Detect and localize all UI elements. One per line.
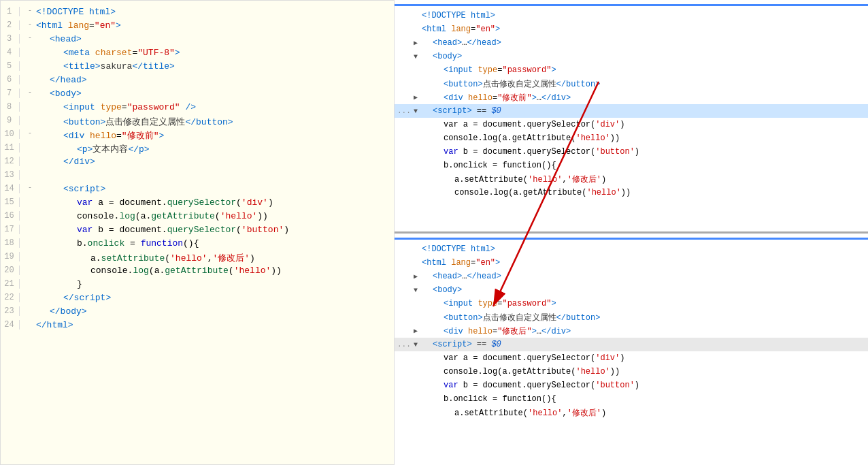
code-line: 15var a = document.querySelector('div') xyxy=(1,197,394,210)
expand-arrow[interactable]: ▶ xyxy=(414,272,422,280)
code-line: 18b.onclick = function(){ xyxy=(1,238,394,251)
code-line: 22</script> xyxy=(1,292,394,306)
inspector-line: <!DOCTYPE html> xyxy=(395,242,868,256)
inspector-line: ▶<head>…</head> xyxy=(395,270,868,283)
code-content: console.log(a.getAttribute('hello')) xyxy=(36,211,394,221)
code-line: 13 xyxy=(1,170,394,183)
code-content: </div> xyxy=(36,157,394,167)
expand-arrow[interactable]: ▼ xyxy=(414,287,422,294)
inspector-line: ...▼<script> == $0 xyxy=(395,338,868,351)
inspector-line: ▼<body> xyxy=(395,50,868,63)
code-line: 1-<!DOCTYPE html> xyxy=(1,6,394,20)
top-inspector-lines: <!DOCTYPE html><html lang="en">▶<head>…<… xyxy=(395,9,868,199)
inspector-content: console.log(a.getAttribute('hello')) xyxy=(422,133,620,143)
code-content: b.onclick = function(){ xyxy=(36,238,394,248)
inspector-line: <input type="password"> xyxy=(395,63,868,77)
code-content: </head> xyxy=(36,75,394,85)
inspector-content: a.setAttribute('hello','修改后') xyxy=(422,174,606,185)
inspector-content: <html lang="en"> xyxy=(422,25,500,34)
line-dots: ... xyxy=(397,340,411,349)
collapse-button[interactable]: - xyxy=(25,20,35,28)
code-line: 21} xyxy=(1,278,394,292)
code-content: <input type="password" /> xyxy=(36,102,394,112)
inspector-content: console.log(a.getAttribute('hello')) xyxy=(422,367,620,376)
inspector-line: var a = document.querySelector('div') xyxy=(395,118,868,131)
inspector-line: a.setAttribute('hello','修改后') xyxy=(395,406,868,419)
expand-arrow[interactable]: ▶ xyxy=(414,93,422,101)
collapse-button[interactable]: - xyxy=(25,34,35,42)
code-content: <meta charset="UTF-8"> xyxy=(36,48,394,58)
line-number: 6 xyxy=(1,75,20,84)
line-number: 3 xyxy=(1,34,20,44)
code-content: <div hello="修改前"> xyxy=(36,129,394,142)
code-line: 3-<head> xyxy=(1,33,394,47)
inspector-line: <!DOCTYPE html> xyxy=(395,9,868,22)
inspector-content: var a = document.querySelector('div') xyxy=(422,120,624,129)
inspector-line: b.onclick = function(){ xyxy=(395,159,868,172)
expand-arrow[interactable]: ▼ xyxy=(414,108,422,115)
expand-arrow[interactable]: ▶ xyxy=(414,327,422,335)
bottom-border xyxy=(395,238,868,240)
code-content: var b = document.querySelector('button') xyxy=(36,225,394,235)
collapse-button[interactable]: - xyxy=(25,7,35,14)
code-line: 12</div> xyxy=(1,156,394,170)
code-line: 6</head> xyxy=(1,74,394,88)
inspector-bottom: <!DOCTYPE html><html lang="en">▶<head>…<… xyxy=(395,234,868,465)
inspector-line: ▶<div hello="修改后">…</div> xyxy=(395,324,868,338)
code-line: 11<p>文本内容</p> xyxy=(1,142,394,156)
code-line: 7-<body> xyxy=(1,88,394,101)
line-number: 7 xyxy=(1,89,20,98)
code-lines: 1-<!DOCTYPE html>2-<html lang="en">3-<he… xyxy=(1,6,394,333)
expand-arrow[interactable]: ▼ xyxy=(414,53,422,61)
code-line: 16console.log(a.getAttribute('hello')) xyxy=(1,210,394,224)
main-container: 1-<!DOCTYPE html>2-<html lang="en">3-<he… xyxy=(0,0,868,465)
collapse-button[interactable]: - xyxy=(25,184,35,191)
line-number: 19 xyxy=(1,252,20,261)
inspector-line: console.log(a.getAttribute('hello')) xyxy=(395,186,868,199)
line-number: 13 xyxy=(1,170,20,180)
inspector-line: ▶<div hello="修改前">…</div> xyxy=(395,91,868,104)
inspector-content: <input type="password"> xyxy=(422,65,556,75)
expand-arrow[interactable]: ▼ xyxy=(414,341,422,349)
code-content: <body> xyxy=(36,89,394,99)
line-number: 1 xyxy=(1,7,20,16)
inspector-content: <!DOCTYPE html> xyxy=(422,244,495,254)
code-content: <script> xyxy=(36,184,394,194)
code-content: <head> xyxy=(36,34,394,44)
line-number: 14 xyxy=(1,184,20,193)
inspector-content: <script> == $0 xyxy=(422,340,501,349)
code-content: <!DOCTYPE html> xyxy=(36,7,394,17)
inspector-content: b.onclick = function(){ xyxy=(422,394,556,404)
collapse-button[interactable]: - xyxy=(25,89,35,96)
inspector-content: <body> xyxy=(422,52,462,61)
code-line: 17var b = document.querySelector('button… xyxy=(1,224,394,238)
line-number: 24 xyxy=(1,320,20,330)
code-content: var a = document.querySelector('div') xyxy=(36,197,394,208)
expand-arrow[interactable]: ▶ xyxy=(414,39,422,47)
inspector-content: <div hello="修改前">…</div> xyxy=(422,92,571,103)
code-content: } xyxy=(36,279,394,289)
collapse-button[interactable]: - xyxy=(25,129,35,137)
inspector-line: console.log(a.getAttribute('hello')) xyxy=(395,131,868,145)
inspector-content: var b = document.querySelector('button') xyxy=(422,381,639,390)
code-line: 10-<div hello="修改前"> xyxy=(1,129,394,142)
line-number: 18 xyxy=(1,238,20,248)
line-number: 17 xyxy=(1,225,20,234)
code-content: <p>文本内容</p> xyxy=(36,143,394,155)
inspector-line: a.setAttribute('hello','修改后') xyxy=(395,172,868,186)
inspector-content: <html lang="en"> xyxy=(422,258,500,268)
bottom-inspector-lines: <!DOCTYPE html><html lang="en">▶<head>…<… xyxy=(395,242,868,419)
inspector-content: <script> == $0 xyxy=(422,106,501,116)
code-line: 19a.setAttribute('hello','修改后') xyxy=(1,251,394,265)
inspector-line: var a = document.querySelector('div') xyxy=(395,351,868,365)
code-line: 23</body> xyxy=(1,306,394,319)
inspector-line: <button>点击修改自定义属性</button> xyxy=(395,77,868,91)
code-content: </script> xyxy=(36,293,394,303)
code-content: </html> xyxy=(36,320,394,330)
code-content: a.setAttribute('hello','修改后') xyxy=(36,252,394,264)
inspector-content: var b = document.querySelector('button') xyxy=(422,147,639,157)
inspector-line: ▼<body> xyxy=(395,283,868,297)
line-number: 12 xyxy=(1,157,20,166)
inspector-line: var b = document.querySelector('button') xyxy=(395,145,868,159)
line-number: 22 xyxy=(1,293,20,302)
